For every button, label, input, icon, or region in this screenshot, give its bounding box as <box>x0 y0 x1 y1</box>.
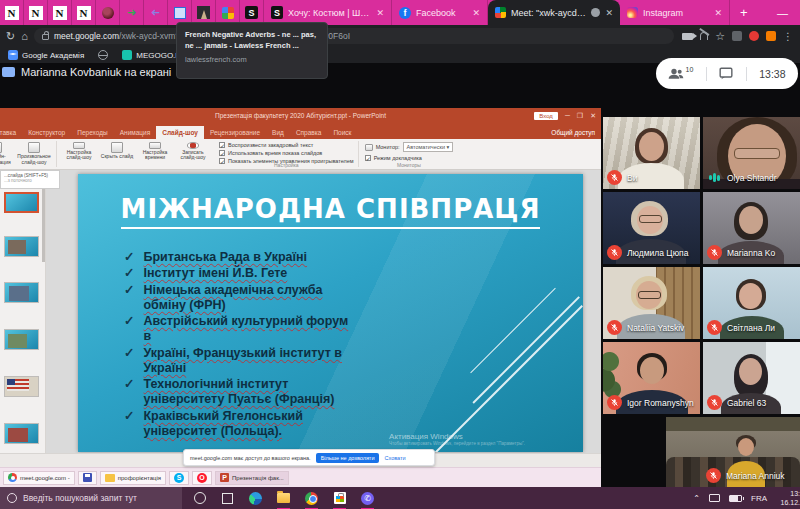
participant-tile-olya[interactable]: Olya Shtandr <box>703 117 800 189</box>
participant-tile-svitlana[interactable]: Світлана Ли <box>703 267 800 339</box>
cortana-button[interactable] <box>192 491 207 506</box>
skype-icon: S <box>174 473 184 483</box>
ribbon-setup-slideshow-button[interactable]: Настройка слайд-шоу <box>60 141 98 161</box>
close-tab-icon[interactable]: ✕ <box>714 8 722 18</box>
chat-icon[interactable] <box>719 67 733 80</box>
ppt-minimize-button[interactable]: ─ <box>565 112 570 119</box>
tooltip-line1: French Negative Adverbs - ne ... pas, <box>185 29 319 40</box>
ppt-tab-animations[interactable]: Анимация <box>114 126 157 139</box>
windows-activation-watermark: Активация Windows Чтобы активировать Win… <box>389 432 525 446</box>
ribbon-checkbox-presenter-view[interactable]: Режим докладчика <box>365 155 454 161</box>
window-minimize-button[interactable]: — <box>765 0 800 25</box>
home-icon[interactable]: ⌂ <box>21 30 28 42</box>
ribbon-hide-slide-button[interactable]: Скрыть слайд <box>98 141 136 161</box>
participant-tile-marianna[interactable]: Marianna Ko <box>703 192 800 264</box>
url-field[interactable]: meet.google.com/xwk-aycd-xvm?XnieefH2C4B… <box>34 28 674 44</box>
ppt-share-button[interactable]: Общий доступ <box>545 126 601 139</box>
close-tab-icon[interactable]: ✕ <box>376 8 384 18</box>
pinned-tab-n4[interactable]: N <box>72 0 96 25</box>
present-online-icon <box>0 142 2 153</box>
pinned-tab-n3[interactable]: N <box>48 0 72 25</box>
ribbon-record-slideshow-button[interactable]: Записать слайд-шоу <box>174 141 212 161</box>
shared-task-powerpoint[interactable]: P Презентація фак... <box>215 471 289 485</box>
tab-instagram[interactable]: Instagram ✕ <box>620 0 730 25</box>
close-tab-icon[interactable]: ✕ <box>472 8 480 18</box>
viber-button[interactable]: ✆ <box>360 491 375 506</box>
browser-menu-icon[interactable]: ⋮ <box>783 31 794 42</box>
edge-button[interactable] <box>248 491 263 506</box>
bookmark-google-scholar[interactable]: Google Академія <box>8 50 84 60</box>
bookmark-star-icon[interactable]: ☆ <box>715 31 725 42</box>
ppt-tab-insert[interactable]: Вставка <box>0 126 22 139</box>
tab-facebook[interactable]: f Facebook ✕ <box>392 0 488 25</box>
slide-thumbnail-4[interactable] <box>4 329 39 350</box>
participant-name: Igor Romanyshyn <box>627 398 694 408</box>
pinned-tab-n1[interactable]: N <box>0 0 24 25</box>
bookmark-globe[interactable] <box>98 50 108 60</box>
ribbon-checkbox-timings[interactable]: Использовать время показа слайдов <box>219 150 354 156</box>
slide-thumbnail-5[interactable] <box>4 376 39 397</box>
participant-tile-liudmyla[interactable]: Людмила Цюпа <box>603 192 700 264</box>
orange-extension-icon[interactable] <box>766 31 776 41</box>
hide-notification-link[interactable]: Сховати <box>384 455 405 461</box>
ppt-tab-review[interactable]: Рецензирование <box>204 126 266 139</box>
shared-task-skype[interactable]: S <box>169 471 189 485</box>
participant-tile-igor[interactable]: Igor Romanyshyn <box>603 342 700 414</box>
language-indicator[interactable]: FRA <box>751 494 767 503</box>
ppt-tab-help[interactable]: Справка <box>290 126 328 139</box>
ribbon-rehearse-timings-button[interactable]: Настройка времени <box>136 141 174 161</box>
ppt-tab-design[interactable]: Конструктор <box>22 126 71 139</box>
shared-task-folder[interactable]: профорієнтація <box>100 471 166 485</box>
participant-tile-nataliia[interactable]: Nataliia Yatskiv <box>603 267 700 339</box>
monitor-dropdown[interactable]: Автоматически ▾ <box>403 142 454 152</box>
pinned-tab-n2[interactable]: N <box>24 0 48 25</box>
microsoft-store-button[interactable] <box>332 491 347 506</box>
slide-thumbnail-2[interactable] <box>4 236 39 257</box>
ppt-sign-in-button[interactable]: Вход <box>534 112 558 120</box>
ribbon-custom-slideshow-button[interactable]: Произвольное слайд-шоу <box>15 141 53 167</box>
shared-task-meet-window[interactable]: meet.google.com - <box>3 471 75 485</box>
chrome-button[interactable] <box>304 491 319 506</box>
checkbox-checked-icon <box>219 150 225 156</box>
notifications-muted-icon[interactable] <box>700 32 708 40</box>
participants-button[interactable]: 10 <box>668 67 693 80</box>
slide-thumbnail-6[interactable] <box>4 423 39 444</box>
file-explorer-button[interactable] <box>276 491 291 506</box>
new-tab-button[interactable]: + <box>730 0 758 25</box>
participant-tile-you[interactable]: Ви <box>603 117 700 189</box>
ppt-close-button[interactable]: ✕ <box>590 112 596 120</box>
participant-tile-mariana[interactable]: Mariana Anniuk <box>666 417 800 487</box>
pinned-tab-arrow-green[interactable]: ➜ <box>120 0 144 25</box>
shared-task-opera[interactable]: O <box>192 471 212 485</box>
pinned-tab-rose[interactable] <box>96 0 120 25</box>
battery-icon[interactable] <box>729 495 742 502</box>
hide-slide-icon <box>111 142 123 153</box>
shared-task-save[interactable] <box>78 471 97 485</box>
ribbon-checkbox-narration[interactable]: Воспроизвести закадровый текст <box>219 142 354 148</box>
participant-tile-gabriel[interactable]: Gabriel 63 <box>703 342 800 414</box>
slide-thumbnail-3[interactable] <box>4 282 39 303</box>
task-view-button[interactable] <box>220 491 235 506</box>
reload-icon[interactable]: ↻ <box>6 30 15 43</box>
taskbar-search[interactable]: Введіть пошуковий запит тут <box>0 487 182 509</box>
camera-indicator-icon[interactable] <box>682 33 693 40</box>
slide-thumbnail-1[interactable] <box>4 192 39 213</box>
stop-sharing-button[interactable]: Більше не дозволяти <box>316 453 380 463</box>
pdf-extension-icon[interactable] <box>732 31 742 41</box>
ppt-tab-search[interactable]: Поиск <box>327 126 357 139</box>
pinned-tab-arrow-purple[interactable]: ➜ <box>144 0 168 25</box>
ppt-tab-transitions[interactable]: Переходы <box>71 126 114 139</box>
display-tray-icon[interactable] <box>709 494 720 502</box>
close-tab-icon[interactable]: ✕ <box>605 8 613 18</box>
tab-meet-active[interactable]: Meet: "xwk-aycd-xvm ✕ <box>488 0 620 25</box>
ppt-tab-view[interactable]: Вид <box>266 126 290 139</box>
slide-canvas: МІЖНАРОДНА СПІВПРАЦЯ ✓Британська Рада в … <box>78 174 583 452</box>
ppt-title-bar: Презентація факультету 2020 Абітурієнт.p… <box>0 108 601 123</box>
ribbon-online-presentation-button[interactable]: Онлайн-презентация <box>0 141 15 167</box>
setup-show-icon <box>73 142 85 149</box>
red-extension-icon[interactable] <box>749 31 759 41</box>
ppt-restore-button[interactable]: ❐ <box>577 112 583 120</box>
ppt-tab-slideshow[interactable]: Слайд-шоу <box>156 126 204 139</box>
tray-expand-icon[interactable]: ⌃ <box>693 494 700 503</box>
taskbar-clock[interactable]: 13: 16.12. <box>776 489 800 507</box>
